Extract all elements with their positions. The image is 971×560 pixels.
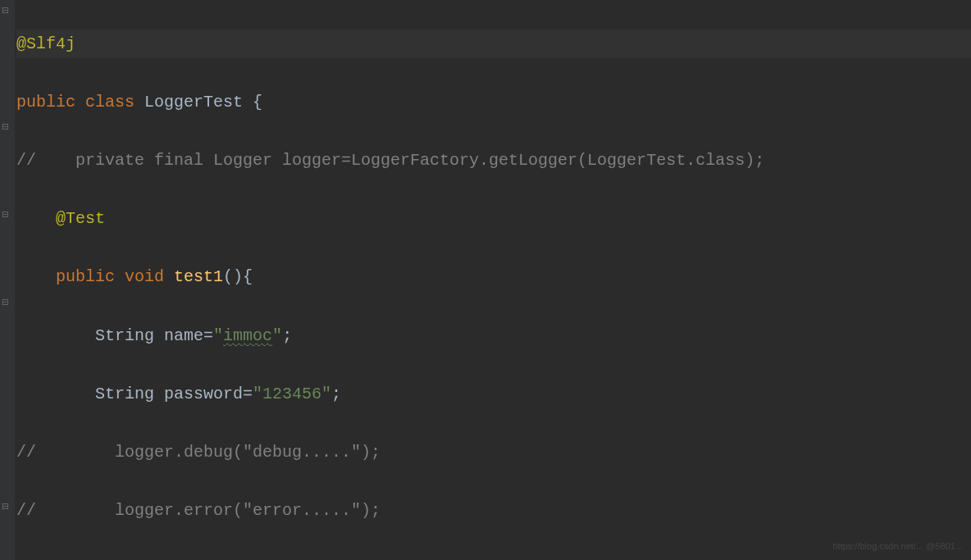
keyword: public void [56,267,164,286]
gutter: ⊟ ⊟ ⊟ ⊟ ⊟ [0,0,15,560]
fold-mark[interactable]: ⊟ [2,501,8,512]
keyword: public class [16,93,134,112]
method-name: test1 [174,267,223,286]
fold-mark[interactable]: ⊟ [2,121,8,133]
code-line[interactable]: public void test1(){ [16,262,971,292]
watermark-text: https://blog.csdn.net/... @5801... [832,539,963,555]
code-area[interactable]: @Slf4j public class LoggerTest { // priv… [15,0,971,560]
string-literal-typo: immoc [223,326,272,345]
var-name: name [164,326,203,345]
code-line[interactable]: // private final Logger logger=LoggerFac… [16,146,971,175]
code-line[interactable]: // logger.debug("debug....."); [16,438,971,467]
string-literal: "123456" [253,385,331,403]
type: String [95,326,154,345]
code-line[interactable]: String name="immoc"; [16,321,971,351]
code-editor[interactable]: ⊟ ⊟ ⊟ ⊟ ⊟ @Slf4j public class LoggerTest… [0,0,971,560]
class-name: LoggerTest [144,93,243,112]
brace: { [243,93,262,112]
code-line[interactable]: // logger.error("error....."); [16,496,971,526]
type: String [95,385,154,403]
code-line[interactable]: String password="123456"; [16,380,971,409]
fold-mark[interactable]: ⊟ [2,5,8,16]
code-line[interactable]: public class LoggerTest { [16,88,971,117]
fold-mark[interactable]: ⊟ [2,297,8,308]
code-line[interactable]: @Test [16,204,971,234]
annotation-slf4j: @Slf4j [16,34,75,53]
fold-mark[interactable]: ⊟ [2,209,8,221]
code-line[interactable]: @Slf4j [16,30,971,59]
comment: // logger.error("error....."); [16,501,381,520]
annotation-test: @Test [56,209,105,228]
comment: // logger.debug("debug....."); [16,443,381,462]
comment: // private final Logger logger=LoggerFac… [16,151,764,170]
code-line[interactable]: // logger.info("info....."); [16,554,971,560]
var-name: password [164,385,243,403]
